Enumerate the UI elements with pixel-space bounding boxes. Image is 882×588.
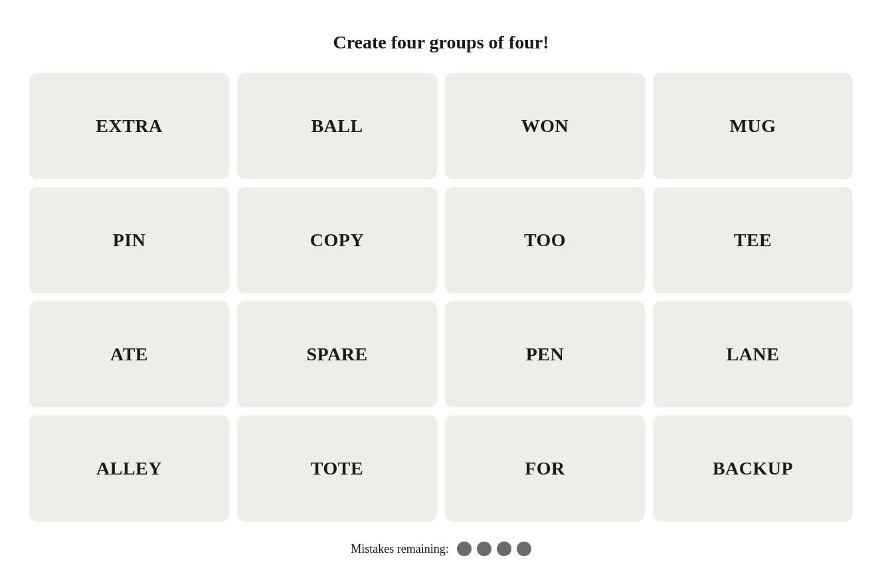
- mistake-dot-1: [457, 542, 472, 556]
- tile-for[interactable]: FOR: [445, 415, 645, 522]
- tile-ball[interactable]: BALL: [237, 73, 437, 179]
- tile-label-ball: BALL: [311, 115, 363, 137]
- tile-extra[interactable]: EXTRA: [29, 73, 229, 179]
- mistakes-label: Mistakes remaining:: [351, 542, 448, 556]
- footer: Mistakes remaining:: [351, 542, 531, 556]
- tile-backup[interactable]: BACKUP: [653, 415, 853, 522]
- page-title: Create four groups of four!: [333, 32, 549, 53]
- mistakes-dots: [457, 542, 531, 556]
- tile-pin[interactable]: PIN: [29, 187, 229, 293]
- tile-mug[interactable]: MUG: [653, 73, 853, 179]
- word-grid: EXTRABALLWONMUGPINCOPYTOOTEEATESPAREPENL…: [29, 73, 853, 522]
- tile-tee[interactable]: TEE: [653, 187, 853, 293]
- tile-spare[interactable]: SPARE: [237, 301, 437, 407]
- tile-label-spare: SPARE: [306, 344, 367, 365]
- tile-too[interactable]: TOO: [445, 187, 645, 293]
- tile-copy[interactable]: COPY: [237, 187, 437, 293]
- tile-label-pin: PIN: [113, 230, 146, 251]
- tile-alley[interactable]: ALLEY: [29, 415, 229, 522]
- tile-label-mug: MUG: [730, 115, 776, 137]
- tile-lane[interactable]: LANE: [653, 301, 853, 407]
- tile-label-too: TOO: [524, 230, 566, 251]
- mistake-dot-3: [497, 542, 511, 556]
- tile-label-tee: TEE: [734, 230, 772, 251]
- tile-label-lane: LANE: [727, 344, 780, 365]
- tile-label-alley: ALLEY: [96, 458, 162, 479]
- tile-label-backup: BACKUP: [713, 458, 793, 479]
- tile-won[interactable]: WON: [445, 73, 645, 179]
- tile-ate[interactable]: ATE: [29, 301, 229, 407]
- mistake-dot-4: [517, 542, 531, 556]
- tile-label-copy: COPY: [310, 230, 364, 251]
- tile-label-for: FOR: [525, 458, 565, 479]
- tile-label-tote: TOTE: [311, 458, 363, 479]
- mistake-dot-2: [477, 542, 491, 556]
- tile-tote[interactable]: TOTE: [237, 415, 437, 522]
- tile-pen[interactable]: PEN: [445, 301, 645, 407]
- tile-label-pen: PEN: [526, 344, 565, 365]
- tile-label-won: WON: [521, 115, 569, 137]
- tile-label-ate: ATE: [110, 344, 148, 365]
- tile-label-extra: EXTRA: [96, 115, 163, 137]
